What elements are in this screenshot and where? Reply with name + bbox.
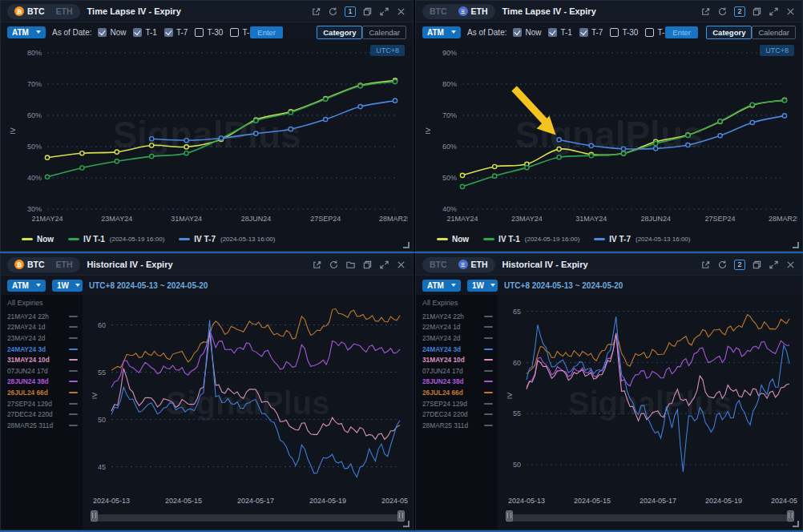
legend-now[interactable]: Now — [437, 235, 469, 244]
asset-btc[interactable]: ₿ BTC — [9, 260, 50, 269]
asset-eth-label: ETH — [471, 260, 488, 269]
expand-icon[interactable] — [379, 6, 389, 17]
checkbox-t7[interactable] — [164, 28, 173, 37]
asset-eth[interactable]: ETH — [50, 260, 79, 269]
asset-btc-label: BTC — [430, 6, 447, 16]
checkbox-custom-t[interactable] — [645, 28, 654, 37]
expiry-item[interactable]: 22MAY24 1d — [7, 322, 78, 333]
calendar-button[interactable]: Calendar — [362, 26, 406, 39]
refresh-icon[interactable] — [717, 6, 728, 17]
strike-select[interactable]: ATM — [422, 280, 461, 292]
strike-select[interactable]: ATM — [7, 280, 46, 292]
expiry-item[interactable]: 28JUN24 38d — [422, 377, 493, 388]
legend-t1[interactable]: IV T-1(2024-05-19 16:00) — [483, 235, 579, 244]
checkbox-t30[interactable] — [610, 28, 619, 37]
checkbox-t1[interactable] — [548, 28, 557, 37]
popout-icon[interactable] — [700, 260, 711, 270]
svg-text:55: 55 — [513, 409, 521, 417]
popout-icon[interactable] — [311, 6, 321, 17]
refresh-icon[interactable] — [329, 260, 339, 270]
expiry-item[interactable]: 31MAY24 10d — [7, 354, 78, 365]
range-select[interactable]: 1W — [52, 280, 83, 292]
expiry-item[interactable]: 28MAR25 311d — [422, 420, 493, 431]
expand-icon[interactable] — [769, 6, 779, 17]
close-icon[interactable] — [396, 260, 406, 270]
checkbox-custom-t[interactable] — [230, 28, 239, 37]
svg-text:23MAY24: 23MAY24 — [511, 215, 543, 223]
popout-icon[interactable] — [700, 6, 711, 17]
scrollbar-right-handle[interactable] — [397, 510, 405, 522]
close-icon[interactable] — [785, 260, 796, 270]
scrollbar-right-handle[interactable] — [787, 510, 794, 522]
tab-number-badge[interactable]: 2 — [734, 260, 745, 270]
duplicate-window-icon[interactable] — [752, 6, 762, 17]
expiry-item[interactable]: 27DEC24 220d — [7, 409, 78, 420]
row-divider[interactable] — [0, 252, 803, 253]
checkbox-now[interactable] — [98, 28, 107, 37]
refresh-icon[interactable] — [328, 6, 338, 17]
expiry-item[interactable]: 24MAY24 3d — [422, 344, 493, 355]
expiry-item[interactable]: 21MAY24 22h — [7, 311, 78, 322]
scrollbar-track[interactable] — [91, 514, 405, 522]
resize-handle[interactable] — [793, 242, 799, 248]
strike-select[interactable]: ATM — [7, 26, 46, 38]
expiry-item[interactable]: 27DEC24 220d — [422, 409, 493, 420]
asset-eth[interactable]: Ξ ETH — [453, 6, 494, 16]
legend-t7[interactable]: IV T-7(2024-05-13 16:00) — [179, 235, 275, 244]
expiry-item[interactable]: 28JUN24 38d — [7, 377, 78, 388]
expiry-item[interactable]: 21MAY24 22h — [422, 311, 493, 322]
resize-handle[interactable] — [793, 521, 799, 527]
expand-icon[interactable] — [379, 260, 389, 270]
range-select[interactable]: 1W — [467, 280, 498, 292]
expiry-item[interactable]: 22MAY24 1d — [422, 322, 493, 333]
asset-btc[interactable]: ₿ BTC — [9, 6, 50, 16]
category-button[interactable]: Category — [706, 26, 752, 39]
asset-btc[interactable]: BTC — [424, 6, 453, 16]
asset-eth[interactable]: Ξ ETH — [453, 260, 494, 269]
expiry-item[interactable]: 27SEP24 129d — [422, 398, 493, 409]
expiry-item[interactable]: 28MAR25 311d — [7, 420, 78, 431]
folder-icon[interactable] — [345, 260, 356, 270]
custom-days-input[interactable]: Enter — [665, 26, 698, 38]
resize-handle[interactable] — [403, 242, 410, 248]
expiry-item[interactable]: 23MAY24 2d — [7, 332, 78, 344]
scrollbar-left-handle[interactable] — [91, 510, 98, 522]
legend-now[interactable]: Now — [22, 235, 54, 244]
chart-area: SignalPlus 50556065IV2024-05-132024-05-1… — [502, 295, 797, 511]
custom-days-input[interactable]: Enter — [250, 26, 283, 38]
scrollbar-track[interactable] — [506, 514, 794, 522]
strike-select[interactable]: ATM — [422, 26, 461, 38]
asset-btc[interactable]: BTC — [424, 260, 453, 269]
expand-icon[interactable] — [769, 260, 779, 270]
close-icon[interactable] — [785, 6, 796, 17]
duplicate-window-icon[interactable] — [362, 260, 373, 270]
expiry-item[interactable]: 07JUN24 17d — [422, 365, 493, 377]
duplicate-window-icon[interactable] — [362, 6, 373, 17]
expiry-item[interactable]: 27SEP24 129d — [7, 398, 78, 409]
checkbox-now[interactable] — [513, 28, 522, 37]
chevron-down-icon — [36, 284, 41, 287]
expiry-item[interactable]: 26JUL24 66d — [422, 387, 493, 398]
tab-number-badge[interactable]: 2 — [734, 6, 745, 17]
legend-t7[interactable]: IV T-7(2024-05-13 16:00) — [594, 235, 690, 244]
scrollbar-left-handle[interactable] — [506, 510, 513, 522]
popout-icon[interactable] — [312, 260, 322, 270]
range-select-value: 1W — [472, 281, 484, 290]
refresh-icon[interactable] — [717, 260, 728, 270]
expiry-item[interactable]: 26JUL24 66d — [7, 387, 78, 398]
expiry-item[interactable]: 31MAY24 10d — [422, 354, 493, 365]
category-button[interactable]: Category — [317, 26, 362, 39]
tab-number-badge[interactable]: 1 — [345, 6, 356, 17]
expiry-item[interactable]: 07JUN24 17d — [7, 365, 78, 377]
legend-t1[interactable]: IV T-1(2024-05-19 16:00) — [68, 235, 164, 244]
expiry-item[interactable]: 24MAY24 3d — [7, 344, 78, 355]
duplicate-window-icon[interactable] — [752, 260, 762, 270]
checkbox-t7[interactable] — [579, 28, 588, 37]
close-icon[interactable] — [396, 6, 406, 17]
asset-eth[interactable]: ETH — [50, 6, 79, 16]
calendar-button[interactable]: Calendar — [752, 26, 796, 39]
checkbox-t1[interactable] — [133, 28, 142, 37]
resize-handle[interactable] — [403, 521, 410, 527]
expiry-item[interactable]: 23MAY24 2d — [422, 332, 493, 344]
checkbox-t30[interactable] — [195, 28, 204, 37]
